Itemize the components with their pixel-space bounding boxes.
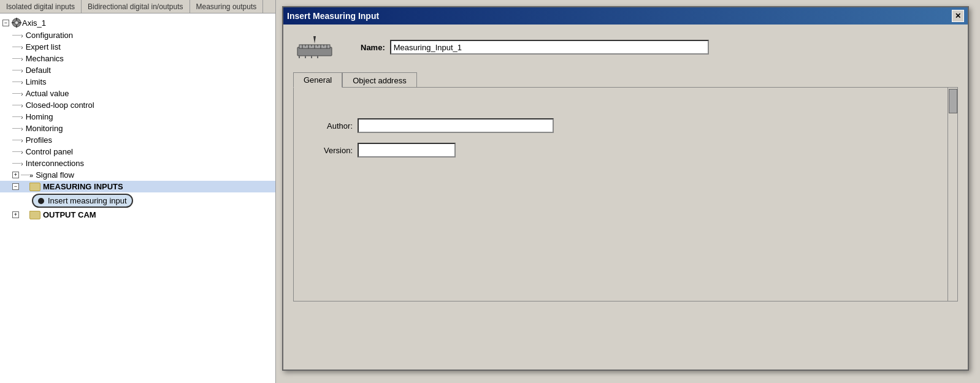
arrow-profiles: › bbox=[21, 137, 23, 144]
label-signal-flow: Signal flow bbox=[36, 170, 74, 180]
tree-item-expert-list[interactable]: › Expert list bbox=[0, 41, 275, 53]
tree-item-signal-flow[interactable]: + » Signal flow bbox=[0, 169, 275, 181]
version-row: Version: bbox=[304, 143, 947, 157]
tree-item-insert-measuring[interactable]: Insert measuring input bbox=[0, 192, 275, 209]
insert-measuring-dialog: Insert Measuring Input ✕ bbox=[282, 6, 969, 371]
tree-item-actual-value[interactable]: › Actual value bbox=[0, 88, 275, 99]
label-limits: Limits bbox=[26, 77, 47, 86]
svg-rect-4 bbox=[12, 22, 14, 23]
tree-item-configuration[interactable]: › Configuration bbox=[0, 29, 275, 41]
tab-bar: Isolated digital inputs Bidirectional di… bbox=[0, 0, 275, 13]
label-output-cam: OUTPUT CAM bbox=[43, 210, 96, 219]
arrow-interconnections: › bbox=[21, 160, 23, 167]
author-input[interactable] bbox=[358, 118, 554, 133]
label-monitoring: Monitoring bbox=[26, 124, 63, 133]
svg-point-1 bbox=[15, 21, 18, 25]
measuring-inputs-toggle[interactable]: − bbox=[12, 183, 19, 190]
svg-rect-5 bbox=[19, 22, 21, 23]
arrow-expert-list: › bbox=[21, 44, 23, 51]
label-homing: Homing bbox=[26, 112, 53, 121]
version-label: Version: bbox=[304, 146, 353, 155]
root-label: Axis_1 bbox=[22, 18, 46, 28]
svg-rect-3 bbox=[16, 25, 17, 28]
tree-item-mechanics[interactable]: › Mechanics bbox=[0, 53, 275, 64]
author-label: Author: bbox=[304, 121, 353, 131]
arrow-closed-loop: › bbox=[21, 102, 23, 109]
tree-item-closed-loop[interactable]: › Closed-loop control bbox=[0, 99, 275, 111]
label-interconnections: Interconnections bbox=[26, 159, 84, 168]
axis-icon bbox=[11, 17, 22, 28]
tree-container: − Axis_1 › Configuration › Expert list bbox=[0, 13, 275, 383]
tree-item-output-cam[interactable]: + OUTPUT CAM bbox=[0, 209, 275, 221]
dialog-close-button[interactable]: ✕ bbox=[952, 10, 964, 22]
tree-item-control-panel[interactable]: › Control panel bbox=[0, 146, 275, 157]
signal-flow-toggle[interactable]: + bbox=[12, 172, 19, 178]
arrow-signal-flow: » bbox=[29, 172, 33, 179]
dialog-body: Name: General Object address Author: Ver… bbox=[283, 25, 968, 309]
tab-object-address[interactable]: Object address bbox=[342, 72, 416, 88]
dialog-title: Insert Measuring Input bbox=[287, 11, 379, 21]
tree-item-measuring-inputs[interactable]: − MEASURING INPUTS bbox=[0, 181, 275, 192]
author-row: Author: bbox=[304, 118, 947, 133]
svg-marker-17 bbox=[313, 36, 316, 44]
scrollbar-thumb bbox=[949, 89, 957, 113]
label-configuration: Configuration bbox=[26, 31, 73, 40]
tree-item-profiles[interactable]: › Profiles bbox=[0, 134, 275, 146]
name-row: Name: bbox=[293, 32, 958, 63]
svg-rect-2 bbox=[16, 18, 17, 20]
root-toggle[interactable]: − bbox=[2, 20, 9, 26]
dialog-tabs-row: General Object address bbox=[293, 72, 958, 88]
label-closed-loop: Closed-loop control bbox=[26, 100, 94, 110]
label-mechanics: Mechanics bbox=[26, 54, 64, 63]
tab-isolated-digital[interactable]: Isolated digital inputs bbox=[0, 0, 82, 13]
tab-content-general: Author: Version: bbox=[293, 87, 958, 301]
arrow-limits: › bbox=[21, 78, 23, 86]
version-input[interactable] bbox=[358, 143, 456, 157]
label-insert-measuring: Insert measuring input bbox=[48, 196, 127, 205]
folder-measuring-inputs-icon bbox=[29, 183, 40, 191]
arrow-homing: › bbox=[21, 113, 23, 121]
tab-bidirectional[interactable]: Bidirectional digital in/outputs bbox=[82, 0, 189, 13]
dialog-titlebar: Insert Measuring Input ✕ bbox=[283, 7, 968, 25]
arrow-configuration: › bbox=[21, 32, 23, 39]
output-cam-toggle[interactable]: + bbox=[12, 211, 19, 218]
label-actual-value: Actual value bbox=[26, 89, 69, 98]
name-field-label: Name: bbox=[361, 43, 385, 52]
arrow-actual-value: › bbox=[21, 90, 23, 97]
tree-root-axis1[interactable]: − Axis_1 bbox=[0, 16, 275, 29]
tree-item-interconnections[interactable]: › Interconnections bbox=[0, 157, 275, 169]
tree-item-homing[interactable]: › Homing bbox=[0, 111, 275, 123]
arrow-monitoring: › bbox=[21, 125, 23, 132]
folder-output-cam-icon bbox=[29, 211, 40, 219]
tree-item-limits[interactable]: › Limits bbox=[0, 76, 275, 88]
label-default: Default bbox=[26, 66, 51, 75]
tree-item-default[interactable]: › Default bbox=[0, 64, 275, 76]
arrow-control-panel: › bbox=[21, 148, 23, 156]
tree-item-monitoring[interactable]: › Monitoring bbox=[0, 123, 275, 134]
name-input-field[interactable] bbox=[390, 40, 709, 55]
arrow-mechanics: › bbox=[21, 55, 23, 63]
insert-bullet-icon bbox=[38, 198, 44, 204]
label-control-panel: Control panel bbox=[26, 147, 73, 156]
dialog-scrollbar[interactable] bbox=[947, 88, 957, 301]
dialog-overlay: Insert Measuring Input ✕ bbox=[276, 0, 980, 383]
label-expert-list: Expert list bbox=[26, 42, 61, 51]
dialog-icon-area bbox=[293, 32, 336, 63]
arrow-default: › bbox=[21, 67, 23, 74]
tab-measuring-outputs[interactable]: Measuring outputs bbox=[190, 0, 264, 13]
label-measuring-inputs: MEASURING INPUTS bbox=[43, 182, 123, 191]
tree-panel: Isolated digital inputs Bidirectional di… bbox=[0, 0, 276, 383]
tab-general[interactable]: General bbox=[293, 72, 342, 88]
measuring-device-icon bbox=[296, 35, 333, 59]
label-profiles: Profiles bbox=[26, 135, 52, 145]
